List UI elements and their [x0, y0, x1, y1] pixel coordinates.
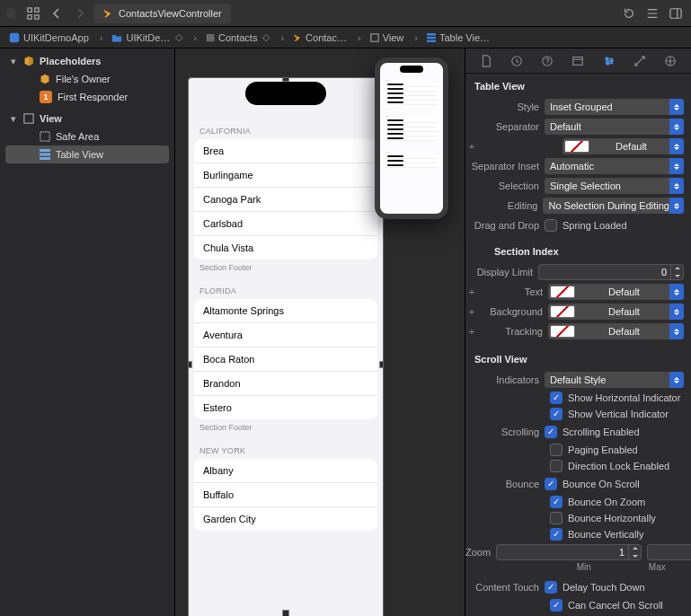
add-separator-color[interactable]: +	[465, 141, 478, 152]
forward-icon[interactable]	[70, 4, 90, 23]
add-text-color[interactable]: +	[465, 286, 478, 297]
canvas[interactable]: CALIFORNIABreaBurlingameCanoga ParkCarls…	[175, 48, 465, 616]
attributes-inspector: Table View StyleInset Grouped SeparatorD…	[465, 48, 691, 616]
crumb-storyboard[interactable]: ▦Contacts◇	[188, 27, 275, 48]
notch	[245, 82, 326, 105]
separator-popup[interactable]: Default	[545, 119, 684, 135]
size-inspector-icon[interactable]	[630, 51, 650, 71]
back-icon[interactable]	[47, 4, 66, 23]
help-inspector-icon[interactable]	[537, 51, 557, 71]
section-header: NEW YORK	[189, 437, 383, 459]
preview-thumbnail[interactable]: — — —	[375, 57, 448, 219]
outline-placeholders[interactable]: ▾ Placeholders	[0, 52, 174, 70]
resize-handle-left[interactable]	[188, 361, 192, 368]
index-text-popup[interactable]: Default	[548, 284, 684, 300]
svg-rect-2	[28, 14, 31, 18]
svg-rect-1	[35, 7, 39, 11]
history-inspector-icon[interactable]	[507, 51, 527, 71]
outline-safe-area[interactable]: Safe Area	[0, 128, 174, 145]
resize-handle-right[interactable]	[379, 361, 384, 368]
style-popup[interactable]: Inset Grouped	[545, 99, 684, 115]
crumb-app[interactable]: UIKitDemoApp	[4, 27, 94, 48]
table-cell[interactable]: Aventura	[194, 323, 377, 348]
table-cell[interactable]: Brandon	[194, 372, 377, 396]
spring-loaded-checkbox[interactable]	[545, 219, 557, 232]
inset-popup[interactable]: Automatic	[545, 158, 684, 174]
swift-icon	[102, 8, 113, 19]
bounce-v-checkbox[interactable]	[550, 528, 563, 541]
section-group: Altamonte SpringsAventuraBoca RatonBrand…	[194, 299, 377, 419]
table-cell[interactable]: Altamonte Springs	[194, 299, 377, 323]
table-cell[interactable]: Albany	[194, 459, 377, 483]
svg-rect-5	[10, 32, 20, 42]
separator-color-popup[interactable]: Default	[563, 138, 684, 154]
refresh-icon[interactable]	[619, 4, 639, 23]
scrolling-enabled-checkbox[interactable]	[545, 426, 557, 438]
crumb-view[interactable]: View	[352, 27, 409, 48]
add-tracking-color[interactable]: +	[465, 326, 478, 337]
table-cell[interactable]: Garden City	[194, 507, 377, 531]
section-header: CALIFORNIA	[189, 118, 383, 139]
index-tracking-popup[interactable]: Default	[548, 323, 684, 339]
selection-popup[interactable]: Single Selection	[545, 178, 684, 194]
table-cell[interactable]: Boca Raton	[194, 348, 377, 372]
identity-inspector-icon[interactable]	[568, 51, 588, 71]
file-inspector-icon[interactable]	[476, 51, 496, 71]
outline-first-responder[interactable]: 1 First Responder	[0, 88, 174, 106]
resize-handle-bottom[interactable]	[282, 610, 289, 616]
crumb-scene[interactable]: Contac…	[275, 27, 352, 48]
table-view-preview[interactable]: CALIFORNIABreaBurlingameCanoga ParkCarls…	[188, 77, 384, 616]
svg-rect-14	[40, 157, 50, 160]
svg-rect-12	[40, 149, 50, 152]
section-index-title: Section Index	[465, 235, 691, 262]
show-h-checkbox[interactable]	[550, 392, 563, 404]
zoom-min-field[interactable]	[496, 544, 642, 560]
section-header: FLORIDA	[189, 277, 383, 299]
bounce-scroll-checkbox[interactable]	[545, 478, 557, 490]
menu-icon[interactable]	[642, 4, 662, 23]
editing-popup[interactable]: No Selection During Editing	[543, 198, 684, 214]
outline-view[interactable]: ▾ View	[0, 110, 174, 128]
svg-rect-0	[28, 7, 31, 11]
attributes-inspector-icon[interactable]	[599, 51, 619, 71]
color-swatch	[564, 140, 589, 153]
cancel-scroll-checkbox[interactable]	[550, 599, 563, 612]
file-tab[interactable]: ContactsViewController	[93, 4, 231, 23]
bounce-zoom-checkbox[interactable]	[550, 496, 563, 508]
document-outline: ▾ Placeholders File's Owner 1 First Resp…	[0, 48, 175, 616]
resize-handle-top[interactable]	[282, 77, 289, 82]
section-footer: Section Footer	[189, 419, 383, 437]
svg-rect-9	[427, 40, 436, 42]
direction-lock-checkbox[interactable]	[550, 460, 563, 472]
outline-files-owner[interactable]: File's Owner	[0, 70, 174, 88]
outline-table-view[interactable]: Table View	[5, 145, 169, 163]
index-bg-popup[interactable]: Default	[548, 304, 684, 320]
indicators-popup[interactable]: Default Style	[545, 372, 684, 388]
table-cell[interactable]: Burlingame	[194, 163, 377, 188]
table-cell[interactable]: Carlsbad	[194, 212, 377, 236]
delay-touch-checkbox[interactable]	[545, 581, 557, 594]
crumb-folder[interactable]: UIKitDe…◇	[94, 27, 189, 48]
inspector-tabs	[465, 48, 691, 74]
window-close[interactable]	[5, 8, 16, 19]
display-limit-field[interactable]	[538, 264, 684, 280]
bounce-h-checkbox[interactable]	[550, 512, 563, 524]
grid-icon[interactable]	[23, 4, 43, 23]
crumb-tableview[interactable]: Table Vie…	[409, 27, 495, 48]
connections-inspector-icon[interactable]	[660, 51, 680, 71]
svg-point-18	[606, 57, 608, 60]
add-bg-color[interactable]: +	[465, 306, 478, 317]
breadcrumb: UIKitDemoApp UIKitDe…◇ ▦Contacts◇ Contac…	[0, 27, 691, 48]
svg-rect-11	[40, 132, 49, 141]
table-cell[interactable]: Canoga Park	[194, 188, 377, 212]
table-cell[interactable]: Buffalo	[194, 483, 377, 507]
paging-checkbox[interactable]	[550, 444, 563, 456]
section-footer: Section Footer	[189, 260, 383, 277]
panels-icon[interactable]	[666, 4, 686, 23]
table-cell[interactable]: Chula Vista	[194, 236, 377, 260]
tableview-section-title: Table View	[465, 74, 691, 97]
table-cell[interactable]: Estero	[194, 396, 377, 419]
show-v-checkbox[interactable]	[550, 408, 563, 420]
zoom-max-field[interactable]	[647, 544, 691, 560]
table-cell[interactable]: Brea	[194, 139, 377, 163]
